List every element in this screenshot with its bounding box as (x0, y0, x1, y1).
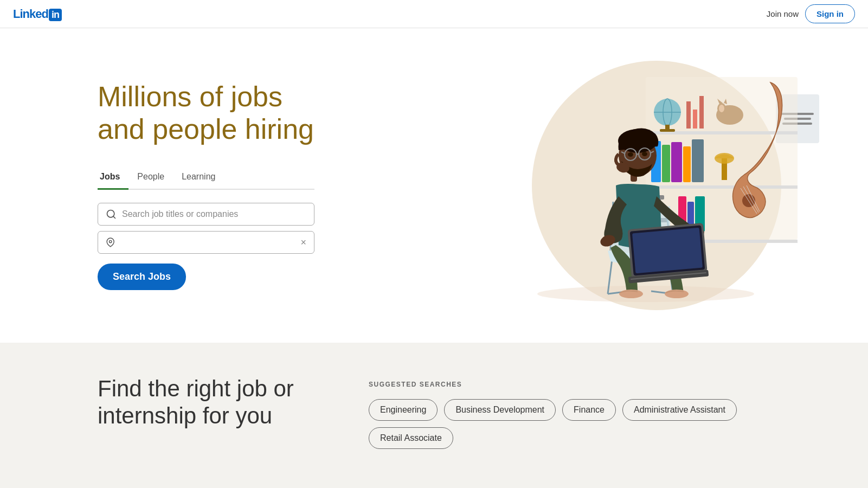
job-search-wrapper (98, 203, 314, 226)
join-now-link[interactable]: Join now (767, 9, 799, 18)
search-tabs: Jobs People Learning (98, 168, 314, 190)
chip-retail-associate[interactable]: Retail Associate (369, 427, 453, 449)
svg-rect-21 (662, 145, 670, 182)
svg-rect-23 (683, 146, 691, 182)
chip-business-development[interactable]: Business Development (444, 399, 556, 421)
svg-rect-13 (693, 110, 697, 129)
chip-administrative-assistant[interactable]: Administrative Assistant (622, 399, 737, 421)
location-clear-button[interactable]: × (300, 237, 306, 247)
svg-rect-22 (671, 142, 682, 182)
svg-rect-14 (699, 96, 704, 129)
location-search-wrapper: Cypress, Texas, United States × (98, 231, 314, 254)
tab-learning[interactable]: Learning (179, 168, 224, 190)
search-icon (106, 209, 117, 220)
svg-point-2 (110, 240, 112, 242)
svg-rect-50 (632, 228, 703, 274)
svg-point-37 (537, 286, 754, 302)
linkedin-wordmark: Linkedin (13, 7, 62, 21)
location-icon (106, 237, 115, 248)
search-jobs-button[interactable]: Search Jobs (98, 264, 186, 290)
tab-people[interactable]: People (135, 168, 173, 190)
hero-headline: Millions of jobs and people hiring (98, 81, 336, 146)
search-container: Cypress, Texas, United States × Search J… (98, 203, 314, 290)
logo: Linkedin (13, 7, 62, 21)
svg-rect-12 (686, 101, 691, 129)
svg-line-1 (113, 216, 115, 219)
svg-rect-11 (660, 129, 675, 132)
hero-section: Millions of jobs and people hiring Jobs … (0, 28, 868, 343)
suggested-chips-row: Engineering Business Development Finance… (369, 399, 770, 449)
chip-engineering[interactable]: Engineering (369, 399, 438, 421)
job-title-input[interactable] (122, 209, 306, 219)
navbar-actions: Join now Sign in (767, 4, 855, 23)
svg-rect-24 (692, 139, 704, 182)
tab-jobs[interactable]: Jobs (98, 168, 128, 190)
svg-point-63 (642, 152, 647, 156)
lower-right: SUGGESTED SEARCHES Engineering Business … (369, 375, 770, 449)
illustration-container (516, 44, 830, 326)
logo-in-box: in (49, 9, 62, 21)
person-illustration (537, 66, 808, 326)
svg-rect-5 (646, 185, 798, 189)
lower-left: Find the right job or internship for you (98, 375, 325, 430)
chip-finance[interactable]: Finance (562, 399, 616, 421)
navbar: Linkedin Join now Sign in (0, 0, 868, 28)
svg-point-19 (719, 105, 724, 112)
logo-text: Linked (13, 7, 48, 21)
lower-section: Find the right job or internship for you… (0, 343, 868, 488)
hero-illustration (478, 28, 868, 343)
suggested-searches-label: SUGGESTED SEARCHES (369, 381, 770, 388)
sign-in-button[interactable]: Sign in (805, 4, 855, 23)
location-input[interactable]: Cypress, Texas, United States (120, 237, 295, 247)
hero-left: Millions of jobs and people hiring Jobs … (0, 28, 478, 343)
svg-point-62 (628, 152, 633, 157)
svg-line-59 (636, 154, 639, 155)
lower-headline: Find the right job or internship for you (98, 375, 325, 430)
